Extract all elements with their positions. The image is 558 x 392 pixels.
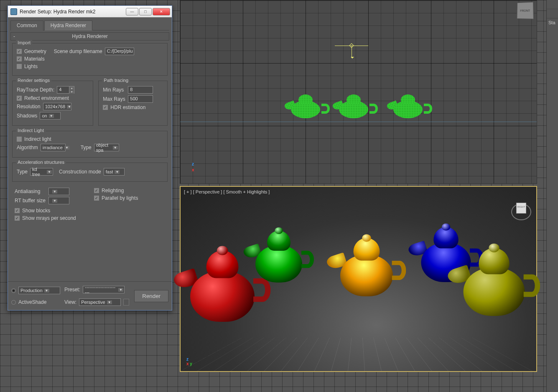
dialog-footer: Production ActiveShade Preset: ---------… <box>8 281 172 310</box>
group-import: Import Geometry Materials Lights Scene d… <box>12 43 168 76</box>
floor-grid <box>181 338 536 371</box>
select-algorithm[interactable]: irradiance <box>41 144 66 151</box>
label-rt-buffer: RT buffer size <box>15 198 46 204</box>
rollout-hydra-renderer[interactable]: Hydra Renderer <box>10 32 169 41</box>
label-parallel-by-lights: Parallel by lights <box>102 195 138 201</box>
viewcube-top[interactable]: FRONT <box>517 2 534 19</box>
select-shadows[interactable]: on <box>40 112 61 120</box>
maximize-button[interactable]: □ <box>139 8 152 15</box>
teapot-yellow[interactable] <box>333 234 400 298</box>
wireframe-teapot-3[interactable] <box>389 94 429 120</box>
teapot-green[interactable] <box>249 227 309 284</box>
label-activeshade: ActiveShade <box>18 299 46 305</box>
checkbox-geometry[interactable] <box>17 49 22 54</box>
label-construction-mode: Construction mode <box>59 169 101 175</box>
label-lights: Lights <box>24 64 38 69</box>
label-scene-dump-filename: Scene dump filename <box>54 48 102 54</box>
select-resolution[interactable]: 1024x768 <box>43 103 71 110</box>
checkbox-relighting[interactable] <box>94 188 99 193</box>
label-relighting: Relighting <box>102 188 124 193</box>
lock-view-icon[interactable] <box>123 299 129 305</box>
minimize-button[interactable]: — <box>126 8 138 15</box>
label-resolution: Resolution <box>17 104 41 109</box>
tab-common[interactable]: Common <box>10 20 43 31</box>
select-render-mode[interactable]: Production <box>18 287 60 294</box>
label-shadows: Shadows <box>17 113 37 119</box>
radio-activeshade[interactable] <box>11 300 16 305</box>
select-antialiasing[interactable] <box>48 188 69 195</box>
label-geometry: Geometry <box>24 48 46 54</box>
label-show-mrays: Show mrays per second <box>22 215 76 221</box>
select-construction-mode[interactable]: fast <box>104 168 125 176</box>
dialog-titlebar[interactable]: Render Setup: Hydra Render mk2 — □ ✕ <box>8 6 172 18</box>
render-setup-dialog[interactable]: Render Setup: Hydra Render mk2 — □ ✕ Com… <box>8 5 172 311</box>
axis-gizmo-top: z x <box>192 161 194 173</box>
viewport-perspective[interactable]: [ + ] [ Perspective ] [ Smooth + Highlig… <box>180 186 537 372</box>
radio-production[interactable] <box>11 288 16 293</box>
checkbox-parallel-by-lights[interactable] <box>94 196 99 201</box>
input-scene-dump-filename[interactable]: C:/[Derp]/plu <box>105 48 134 55</box>
checkbox-reflect-environment[interactable] <box>17 96 22 101</box>
close-button[interactable]: ✕ <box>153 8 170 15</box>
label-raytrace-depth: RayTrace Depth: <box>17 87 54 93</box>
spinner-raytrace-depth[interactable]: 4 ▲▼ <box>57 86 74 94</box>
tab-hydra-renderer[interactable]: Hydra Renderer <box>44 20 92 31</box>
label-max-rays: Max Rays <box>103 96 125 102</box>
checkbox-indirect-light[interactable] <box>17 137 22 142</box>
viewcube-perspective[interactable]: RIGHT <box>510 201 532 220</box>
viewport-label[interactable]: [ + ] [ Perspective ] [ Smooth + Highlig… <box>184 189 270 194</box>
dialog-title: Render Setup: Hydra Render mk2 <box>20 9 126 15</box>
label-min-rays: Min Rays <box>103 87 125 93</box>
label-reflect-environment: Reflect environment <box>24 95 69 101</box>
label-accel-type: Type <box>17 169 28 175</box>
legend-render-settings: Render settings <box>16 78 51 83</box>
right-panel-label: Sta <box>547 18 558 27</box>
checkbox-show-blocks[interactable] <box>15 208 20 213</box>
input-max-rays[interactable]: 500 <box>128 95 153 103</box>
legend-acceleration: Acceleration structures <box>16 160 66 165</box>
label-algorithm: Algorithm <box>17 145 38 150</box>
checkbox-show-mrays[interactable] <box>15 216 20 221</box>
checkbox-lights[interactable] <box>17 64 22 69</box>
label-materials: Materials <box>24 56 45 62</box>
app-icon <box>10 8 17 15</box>
label-show-blocks: Show blocks <box>22 208 50 214</box>
group-path-tracing: Path tracing Min Rays 8 Max Rays 500 HDR… <box>98 81 168 126</box>
checkbox-materials[interactable] <box>17 56 22 61</box>
ground-line <box>180 122 537 122</box>
tabs: Common Hydra Renderer <box>10 20 169 31</box>
legend-path-tracing: Path tracing <box>102 78 130 83</box>
input-min-rays[interactable]: 8 <box>128 86 153 94</box>
legend-indirect-light: Indirect Light <box>16 128 46 133</box>
right-command-panel[interactable]: Sta <box>546 0 558 392</box>
label-antialiasing: Antialiasing <box>15 188 46 194</box>
light-gizmo[interactable] <box>335 46 368 54</box>
teapot-olive[interactable] <box>455 244 534 318</box>
select-view[interactable]: Perspective <box>79 298 121 306</box>
group-acceleration: Acceleration structures Type kd tree Con… <box>12 163 168 182</box>
select-rt-buffer[interactable] <box>48 197 69 204</box>
render-button[interactable]: Render <box>134 290 168 302</box>
label-hdr-estimation: HDR estimation <box>110 104 145 110</box>
axis-gizmo-perspective: z x y <box>186 357 192 366</box>
viewport-front[interactable]: FRONT z x <box>180 0 537 184</box>
wireframe-teapot-2[interactable] <box>335 94 375 120</box>
group-indirect-light: Indirect Light Indirect light Algorithm … <box>12 131 168 158</box>
select-preset[interactable]: ----------------------- <box>83 286 125 293</box>
wireframe-teapot-1[interactable] <box>287 94 326 120</box>
legend-import: Import <box>16 40 32 45</box>
label-indirect-type: Type <box>81 145 92 150</box>
select-indirect-type[interactable]: object spa <box>94 144 119 151</box>
group-render-settings: Render settings RayTrace Depth: 4 ▲▼ Ref… <box>12 81 93 126</box>
select-accel-type[interactable]: kd tree <box>30 168 53 176</box>
label-view: View: <box>64 299 76 305</box>
label-indirect-light: Indirect light <box>24 136 51 142</box>
label-preset: Preset: <box>64 287 80 293</box>
checkbox-hdr-estimation[interactable] <box>103 105 108 110</box>
